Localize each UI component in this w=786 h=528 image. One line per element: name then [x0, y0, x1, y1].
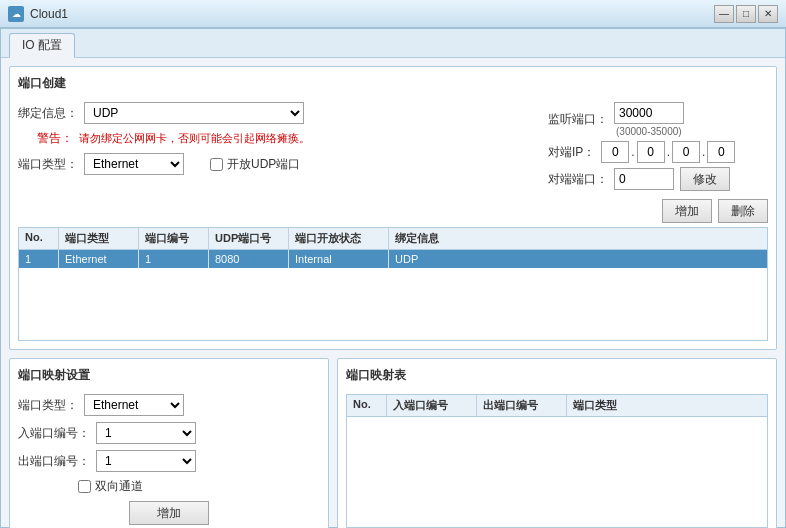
out-port-row: 出端口编号： 1 2 3	[18, 450, 320, 472]
cell-udp-port: 8080	[209, 250, 289, 268]
app-icon: ☁	[8, 6, 24, 22]
mapping-col-in: 入端口编号	[387, 395, 477, 416]
modify-button[interactable]: 修改	[680, 167, 730, 191]
remote-port-row: 对端端口： 修改	[548, 167, 735, 191]
mapping-col-no: No.	[347, 395, 387, 416]
remote-port-label: 对端端口：	[548, 171, 608, 188]
ip-octet-3[interactable]	[672, 141, 700, 163]
warning-text: 请勿绑定公网网卡，否则可能会引起网络瘫痪。	[79, 131, 310, 146]
table-row[interactable]: 1 Ethernet 1 8080 Internal UDP	[19, 250, 767, 268]
bidirectional-row: 双向通道	[78, 478, 320, 495]
bidirectional-checkbox[interactable]	[78, 480, 91, 493]
col-bind-info: 绑定信息	[389, 228, 509, 249]
remote-ip-row: 对端IP： . . .	[548, 141, 735, 163]
mapping-add-button[interactable]: 增加	[129, 501, 209, 525]
window-title: Cloud1	[30, 7, 68, 21]
mapping-add-row: 增加	[18, 501, 320, 525]
port-type-label: 端口类型：	[18, 156, 78, 173]
cell-port-no: 1	[139, 250, 209, 268]
warning-label: 警告：	[18, 130, 73, 147]
ip-group: . . .	[601, 141, 735, 163]
port-type-row: 端口类型： Ethernet Serial 开放UDP端口	[18, 153, 536, 175]
listen-port-input[interactable]	[614, 102, 684, 124]
port-mapping-table-title: 端口映射表	[346, 367, 768, 386]
bidirectional-label[interactable]: 双向通道	[78, 478, 143, 495]
col-udp-port: UDP端口号	[209, 228, 289, 249]
listen-port-label: 监听端口：	[548, 111, 608, 128]
top-form-area: 绑定信息： UDP TCP 警告： 请勿绑定公网网卡，否则可能会引起网络瘫痪。 …	[18, 102, 768, 223]
in-port-select[interactable]: 1 2 3	[96, 422, 196, 444]
close-button[interactable]: ✕	[758, 5, 778, 23]
in-port-label: 入端口编号：	[18, 425, 90, 442]
ip-octet-1[interactable]	[601, 141, 629, 163]
action-buttons: 增加 删除	[548, 199, 768, 223]
out-port-select[interactable]: 1 2 3	[96, 450, 196, 472]
top-form-right: 监听端口： (30000-35000) 对端IP：	[548, 102, 768, 223]
port-mapping-title: 端口映射设置	[18, 367, 320, 386]
table-header: No. 端口类型 端口编号 UDP端口号 端口开放状态 绑定信息	[19, 228, 767, 250]
table-body: 1 Ethernet 1 8080 Internal UDP	[19, 250, 767, 340]
add-port-button[interactable]: 增加	[662, 199, 712, 223]
title-bar-left: ☁ Cloud1	[8, 6, 68, 22]
col-port-type: 端口类型	[59, 228, 139, 249]
bottom-panels: 端口映射设置 端口类型： Ethernet Serial 入端口编号： 1 2 …	[9, 358, 777, 528]
remote-ip-section: 对端IP： . . .	[548, 141, 735, 191]
mapping-col-out: 出端口编号	[477, 395, 567, 416]
content-area: 端口创建 绑定信息： UDP TCP 警告： 请勿绑定公网	[1, 58, 785, 528]
bind-info-label: 绑定信息：	[18, 105, 78, 122]
in-port-row: 入端口编号： 1 2 3	[18, 422, 320, 444]
tab-io[interactable]: IO 配置	[9, 33, 75, 58]
cell-open-status: Internal	[289, 250, 389, 268]
ip-octet-4[interactable]	[707, 141, 735, 163]
port-mapping-panel: 端口映射设置 端口类型： Ethernet Serial 入端口编号： 1 2 …	[9, 358, 329, 528]
ip-section: 对端IP： . . .	[548, 141, 768, 191]
bind-info-select[interactable]: UDP TCP	[84, 102, 304, 124]
port-type-select[interactable]: Ethernet Serial	[84, 153, 184, 175]
cell-bind-info: UDP	[389, 250, 509, 268]
delete-port-button[interactable]: 删除	[718, 199, 768, 223]
maximize-button[interactable]: □	[736, 5, 756, 23]
minimize-button[interactable]: —	[714, 5, 734, 23]
port-creation-panel: 端口创建 绑定信息： UDP TCP 警告： 请勿绑定公网	[9, 66, 777, 350]
udp-checkbox[interactable]	[210, 158, 223, 171]
mapping-table: No. 入端口编号 出端口编号 端口类型	[346, 394, 768, 528]
mapping-port-type-row: 端口类型： Ethernet Serial	[18, 394, 320, 416]
udp-checkbox-label[interactable]: 开放UDP端口	[210, 156, 300, 173]
cell-port-type: Ethernet	[59, 250, 139, 268]
listen-port-section: (30000-35000)	[614, 102, 684, 137]
col-port-no: 端口编号	[139, 228, 209, 249]
out-port-label: 出端口编号：	[18, 453, 90, 470]
bind-info-row: 绑定信息： UDP TCP	[18, 102, 536, 124]
main-window: IO 配置 端口创建 绑定信息： UDP TCP	[0, 28, 786, 528]
ip-octet-2[interactable]	[637, 141, 665, 163]
port-mapping-table-panel: 端口映射表 No. 入端口编号 出端口编号 端口类型 删除	[337, 358, 777, 528]
remote-port-input[interactable]	[614, 168, 674, 190]
tab-bar: IO 配置	[1, 29, 785, 58]
warning-row: 警告： 请勿绑定公网网卡，否则可能会引起网络瘫痪。	[18, 130, 536, 147]
mapping-table-body	[347, 417, 767, 527]
listen-port-row: 监听端口： (30000-35000)	[548, 102, 768, 137]
mapping-port-type-select[interactable]: Ethernet Serial	[84, 394, 184, 416]
title-buttons: — □ ✕	[714, 5, 778, 23]
col-no: No.	[19, 228, 59, 249]
mapping-table-header: No. 入端口编号 出端口编号 端口类型	[347, 395, 767, 417]
remote-ip-label: 对端IP：	[548, 144, 595, 161]
top-form-left: 绑定信息： UDP TCP 警告： 请勿绑定公网网卡，否则可能会引起网络瘫痪。 …	[18, 102, 536, 223]
title-bar: ☁ Cloud1 — □ ✕	[0, 0, 786, 28]
mapping-port-type-label: 端口类型：	[18, 397, 78, 414]
port-creation-title: 端口创建	[18, 75, 768, 94]
col-open-status: 端口开放状态	[289, 228, 389, 249]
port-table: No. 端口类型 端口编号 UDP端口号 端口开放状态 绑定信息 1 Ether…	[18, 227, 768, 341]
cell-no: 1	[19, 250, 59, 268]
hint-text: (30000-35000)	[616, 126, 684, 137]
mapping-col-type: 端口类型	[567, 395, 667, 416]
